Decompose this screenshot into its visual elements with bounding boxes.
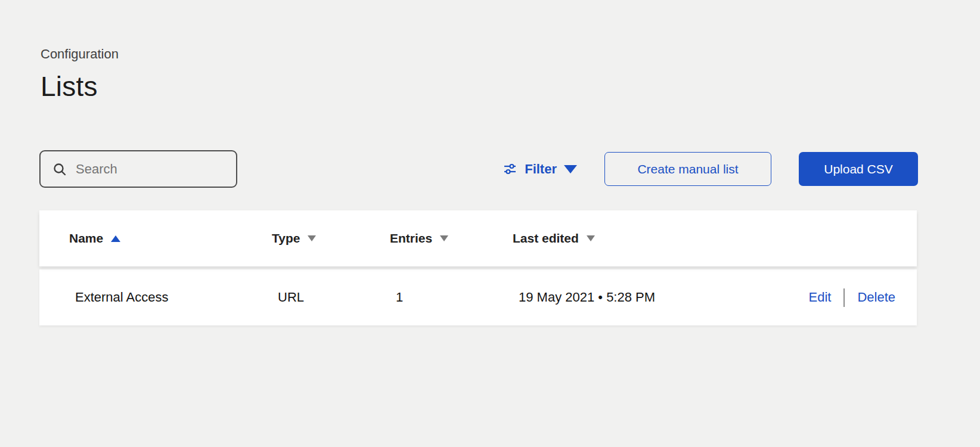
filter-sliders-icon: [503, 162, 517, 176]
column-header-name[interactable]: Name: [69, 231, 272, 246]
sort-descending-icon: [440, 235, 448, 241]
chevron-down-icon: [564, 165, 577, 173]
upload-csv-button[interactable]: Upload CSV: [799, 152, 918, 186]
search-icon: [52, 162, 67, 176]
column-header-last-edited[interactable]: Last edited: [513, 231, 798, 246]
page-title: Lists: [41, 70, 918, 103]
table-row: External Access URL 1 19 May 2021 • 5:28…: [39, 269, 917, 325]
cell-last-edited: 19 May 2021 • 5:28 PM: [513, 290, 798, 305]
action-divider: [843, 288, 845, 307]
row-actions: Edit Delete: [798, 288, 895, 307]
cell-name: External Access: [69, 290, 272, 305]
sort-descending-icon: [587, 235, 595, 241]
delete-link[interactable]: Delete: [857, 290, 895, 305]
sort-ascending-icon: [111, 235, 120, 242]
create-manual-list-button[interactable]: Create manual list: [604, 152, 771, 186]
filter-button[interactable]: Filter: [503, 162, 577, 177]
filter-label: Filter: [525, 162, 557, 177]
table-header-row: Name Type Entries Last edited: [39, 210, 917, 266]
edit-link[interactable]: Edit: [808, 290, 831, 305]
toolbar-actions: Filter Create manual list Upload CSV: [503, 152, 918, 186]
search-input[interactable]: [76, 162, 227, 177]
sort-descending-icon: [308, 235, 316, 241]
column-header-type[interactable]: Type: [272, 231, 390, 246]
cell-entries: 1: [390, 290, 513, 305]
toolbar: Filter Create manual list Upload CSV: [39, 150, 918, 188]
lists-table: Name Type Entries Last edited External A…: [39, 210, 918, 325]
column-header-entries[interactable]: Entries: [390, 231, 513, 246]
lists-page: Configuration Lists Filter Create manua: [0, 0, 980, 447]
cell-type: URL: [272, 290, 390, 305]
breadcrumb: Configuration: [41, 46, 918, 62]
search-input-wrapper[interactable]: [39, 150, 237, 188]
